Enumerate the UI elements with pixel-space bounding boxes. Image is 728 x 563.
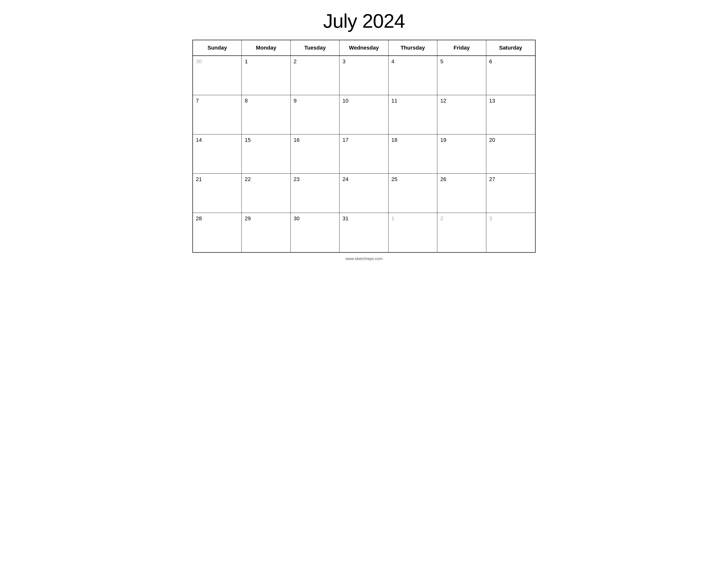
day-header-thursday: Thursday: [389, 40, 437, 55]
day-number: 14: [196, 137, 202, 143]
day-number: 26: [440, 176, 446, 182]
calendar-cell[interactable]: 20: [486, 134, 535, 174]
day-number: 3: [342, 58, 345, 64]
calendar-cell[interactable]: 5: [437, 56, 486, 95]
calendar-cell[interactable]: 30: [291, 213, 339, 252]
calendar-cell[interactable]: 4: [389, 56, 437, 95]
day-number: 8: [245, 98, 248, 104]
day-header-tuesday: Tuesday: [291, 40, 339, 55]
calendar-footer: www.sketchrepo.com: [345, 256, 382, 261]
calendar-cell[interactable]: 19: [437, 134, 486, 174]
day-number: 4: [391, 58, 394, 64]
day-number: 27: [489, 176, 495, 182]
day-number: 5: [440, 58, 443, 64]
day-number: 20: [489, 137, 495, 143]
day-number: 2: [440, 215, 443, 221]
day-number: 29: [245, 215, 251, 221]
day-number: 15: [245, 137, 251, 143]
calendar-cell[interactable]: 28: [193, 213, 242, 252]
calendar-body: 3012345678910111213141516171819202122232…: [193, 56, 535, 252]
calendar-cell[interactable]: 31: [339, 213, 388, 252]
day-number: 10: [342, 98, 348, 104]
day-number: 13: [489, 98, 495, 104]
calendar-cell[interactable]: 2: [291, 56, 339, 95]
calendar-cell[interactable]: 3: [486, 213, 535, 252]
day-number: 2: [294, 58, 297, 64]
calendar-cell[interactable]: 29: [242, 213, 290, 252]
day-number: 18: [391, 137, 397, 143]
calendar-cell[interactable]: 17: [339, 134, 388, 174]
day-header-monday: Monday: [242, 40, 290, 55]
day-number: 17: [342, 137, 348, 143]
day-header-friday: Friday: [437, 40, 486, 55]
calendar-container: SundayMondayTuesdayWednesdayThursdayFrid…: [192, 40, 536, 253]
day-number: 23: [294, 176, 300, 182]
day-number: 19: [440, 137, 446, 143]
day-header-wednesday: Wednesday: [339, 40, 388, 55]
calendar-title: July 2024: [323, 10, 405, 32]
calendar-cell[interactable]: 25: [389, 174, 437, 213]
calendar-cell[interactable]: 22: [242, 174, 290, 213]
day-number: 1: [245, 58, 248, 64]
calendar-cell[interactable]: 26: [437, 174, 486, 213]
calendar-cell[interactable]: 1: [242, 56, 290, 95]
day-number: 12: [440, 98, 446, 104]
day-number: 1: [391, 215, 394, 221]
calendar-cell[interactable]: 14: [193, 134, 242, 174]
calendar-cell[interactable]: 15: [242, 134, 290, 174]
day-number: 9: [294, 98, 297, 104]
calendar-cell[interactable]: 13: [486, 95, 535, 134]
day-number: 30: [196, 58, 202, 64]
calendar-cell[interactable]: 8: [242, 95, 290, 134]
calendar-cell[interactable]: 18: [389, 134, 437, 174]
day-number: 22: [245, 176, 251, 182]
calendar-cell[interactable]: 10: [339, 95, 388, 134]
day-number: 21: [196, 176, 202, 182]
day-header-saturday: Saturday: [486, 40, 535, 55]
calendar-cell[interactable]: 7: [193, 95, 242, 134]
day-number: 31: [342, 215, 348, 221]
day-number: 28: [196, 215, 202, 221]
calendar-cell[interactable]: 6: [486, 56, 535, 95]
calendar-cell[interactable]: 9: [291, 95, 339, 134]
calendar-cell[interactable]: 12: [437, 95, 486, 134]
day-number: 3: [489, 215, 492, 221]
calendar-cell[interactable]: 24: [339, 174, 388, 213]
calendar-cell[interactable]: 16: [291, 134, 339, 174]
calendar-cell[interactable]: 27: [486, 174, 535, 213]
day-number: 11: [391, 98, 397, 104]
calendar-cell[interactable]: 21: [193, 174, 242, 213]
day-number: 6: [489, 58, 492, 64]
day-number: 30: [294, 215, 300, 221]
calendar-cell[interactable]: 30: [193, 56, 242, 95]
calendar-cell[interactable]: 11: [389, 95, 437, 134]
day-header-sunday: Sunday: [193, 40, 242, 55]
day-number: 7: [196, 98, 199, 104]
day-number: 16: [294, 137, 300, 143]
day-number: 24: [342, 176, 348, 182]
calendar-cell[interactable]: 1: [389, 213, 437, 252]
calendar-cell[interactable]: 2: [437, 213, 486, 252]
calendar-cell[interactable]: 3: [339, 56, 388, 95]
day-number: 25: [391, 176, 397, 182]
calendar-cell[interactable]: 23: [291, 174, 339, 213]
calendar-header: SundayMondayTuesdayWednesdayThursdayFrid…: [193, 40, 535, 56]
